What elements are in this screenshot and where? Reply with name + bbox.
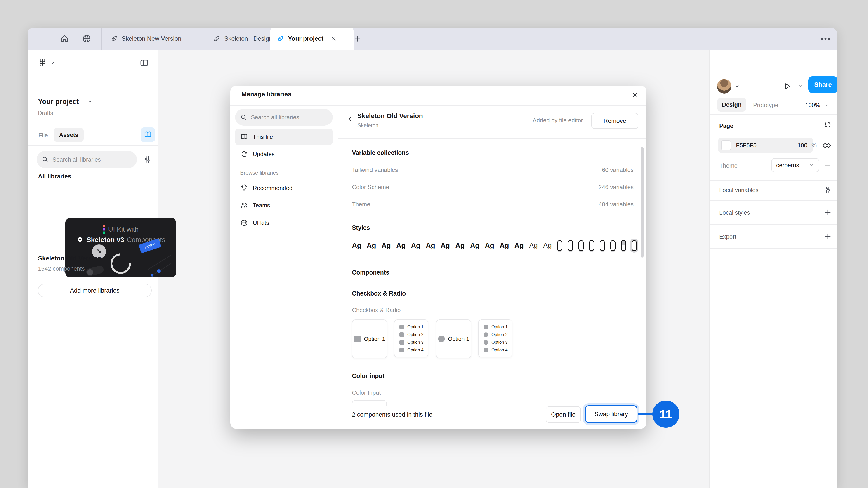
variable-row[interactable]: Theme 404 variables	[352, 201, 633, 208]
component-card-checkbox-group[interactable]: Option 1 Option 2 Option 3 Option 4	[394, 320, 428, 357]
option-label: Option 4	[491, 348, 508, 352]
thumb-dot	[151, 274, 153, 276]
variable-name: Color Scheme	[352, 184, 389, 191]
remove-button[interactable]: Remove	[591, 113, 638, 129]
text-style-preview[interactable]: Ag	[411, 241, 420, 250]
text-style-preview[interactable]: Ag	[529, 241, 538, 250]
community-button[interactable]	[81, 33, 92, 44]
add-style-button[interactable]	[823, 207, 833, 217]
search-icon	[41, 156, 49, 163]
tab-design[interactable]: Design	[717, 98, 746, 111]
libraries-button[interactable]	[141, 127, 155, 142]
theme-dropdown[interactable]: cerberus	[771, 158, 819, 172]
share-button[interactable]: Share	[808, 76, 837, 93]
components-title: Components	[352, 269, 389, 276]
modal-close-button[interactable]	[630, 90, 640, 100]
library-search[interactable]	[37, 151, 137, 168]
effect-style-swatch[interactable]	[610, 240, 616, 251]
left-sidebar: Your project Drafts File Assets	[28, 50, 158, 488]
menu-chevron[interactable]	[49, 60, 55, 66]
text-style-preview[interactable]: Ag	[515, 241, 524, 250]
component-card-radio[interactable]: Option 1	[436, 320, 471, 358]
text-style-preview[interactable]: Ag	[396, 241, 405, 250]
nav-ui-kits[interactable]: UI kits	[235, 215, 333, 231]
nav-this-file[interactable]: This file	[235, 129, 333, 145]
page-swatches-button[interactable]	[822, 120, 833, 131]
effect-style-swatch[interactable]	[568, 240, 573, 251]
zoom-level[interactable]: 100%	[805, 102, 820, 109]
text-style-preview[interactable]: Ag	[543, 241, 552, 250]
variable-row[interactable]: Tailwind variables 60 variables	[352, 166, 633, 173]
project-chevron[interactable]	[87, 98, 93, 104]
modal-search-input[interactable]	[250, 113, 328, 121]
sliders-icon	[824, 186, 832, 194]
filter-button[interactable]	[142, 154, 153, 165]
footer-status: 2 components used in this file	[352, 411, 432, 418]
text-style-preview[interactable]: Ag	[455, 241, 465, 250]
avatar-chevron[interactable]	[734, 83, 740, 89]
toggle-sidebar-button[interactable]	[139, 58, 150, 68]
nav-recommended[interactable]: Recommended	[235, 180, 333, 196]
text-style-preview[interactable]: Ag	[426, 241, 435, 250]
tab-file[interactable]: File	[38, 132, 48, 139]
effect-style-swatch[interactable]	[557, 240, 562, 251]
add-export-button[interactable]	[823, 231, 833, 241]
add-more-libraries-button[interactable]: Add more libraries	[38, 284, 152, 297]
variable-row[interactable]: Color Scheme 246 variables	[352, 184, 633, 191]
text-style-preview[interactable]: Ag	[352, 241, 361, 250]
option-label: Option 3	[407, 340, 424, 345]
text-style-preview[interactable]: Ag	[485, 241, 494, 250]
tab-assets[interactable]: Assets	[54, 128, 84, 142]
close-tab-icon[interactable]	[330, 35, 337, 42]
component-card-checkbox[interactable]: Option 1	[352, 320, 387, 358]
visibility-button[interactable]	[822, 140, 832, 151]
present-button[interactable]	[782, 81, 793, 92]
thumb-line-1: UI Kit with	[65, 225, 176, 234]
project-title[interactable]: Your project	[38, 98, 79, 106]
local-styles-label[interactable]: Local styles	[719, 209, 750, 216]
opacity-value[interactable]: 100	[798, 142, 807, 149]
variable-name: Tailwind variables	[352, 166, 398, 173]
new-tab-button[interactable]	[352, 34, 363, 44]
back-button[interactable]	[346, 115, 354, 123]
tab-skeleton-new-version[interactable]: Skeleton New Version	[107, 28, 207, 50]
component-card-radio-group[interactable]: Option 1 Option 2 Option 3 Option 4	[478, 320, 513, 357]
library-name[interactable]: Skeleton Old Version	[38, 255, 101, 262]
color-swatch[interactable]	[721, 140, 731, 150]
open-file-button[interactable]: Open file	[546, 406, 581, 423]
nav-label: Recommended	[253, 185, 292, 192]
remove-theme-button[interactable]	[822, 161, 832, 169]
page-color-field[interactable]: F5F5F5 100 %	[718, 138, 813, 153]
effect-style-swatch[interactable]	[600, 240, 605, 251]
avatar[interactable]	[717, 79, 732, 94]
nav-teams[interactable]: Teams	[235, 197, 333, 214]
local-variables-button[interactable]	[823, 185, 833, 195]
effect-style-swatch[interactable]	[579, 240, 584, 251]
local-variables-label[interactable]: Local variables	[719, 187, 758, 194]
text-style-preview[interactable]: Ag	[367, 241, 376, 250]
modal-scrollbar[interactable]	[641, 147, 644, 258]
text-style-preview[interactable]: Ag	[440, 241, 450, 250]
effect-style-swatch[interactable]	[589, 240, 594, 251]
home-button[interactable]	[59, 33, 70, 44]
text-style-preview[interactable]: Ag	[470, 241, 479, 250]
text-style-preview[interactable]: Ag	[500, 241, 509, 250]
color-hex-value[interactable]: F5F5F5	[736, 142, 756, 149]
present-chevron[interactable]	[798, 83, 803, 89]
effect-style-swatch[interactable]	[621, 240, 626, 251]
nav-updates[interactable]: Updates	[235, 146, 333, 162]
effect-style-swatch[interactable]	[631, 240, 637, 251]
modal-search[interactable]	[235, 109, 333, 126]
more-button[interactable]	[819, 34, 832, 44]
screen: Skeleton New Version Skeleton - Design Y…	[0, 0, 868, 488]
annotation-badge: 11	[652, 400, 680, 428]
export-label[interactable]: Export	[719, 233, 736, 240]
tab-your-project[interactable]: Your project	[270, 28, 353, 50]
zoom-chevron[interactable]	[824, 102, 830, 107]
library-search-input[interactable]	[52, 156, 132, 163]
globe-icon	[82, 34, 91, 43]
text-style-preview[interactable]: Ag	[381, 241, 391, 250]
main-menu-button[interactable]	[37, 57, 48, 68]
swap-library-button[interactable]: Swap library	[585, 405, 638, 423]
tab-prototype[interactable]: Prototype	[753, 102, 778, 109]
